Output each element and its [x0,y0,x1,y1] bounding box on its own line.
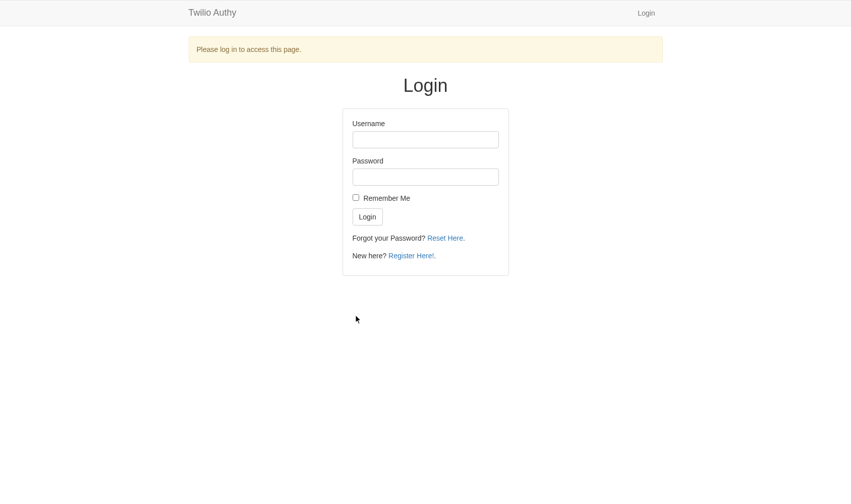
main-container: Please log in to access this page. Login… [181,36,670,276]
username-label: Username [353,119,499,129]
navbar-nav: Login [630,1,662,26]
login-form: Username Password Remember Me Login Forg… [353,119,499,261]
username-group: Username [353,119,499,148]
page-title: Login [189,73,663,98]
register-link[interactable]: Register Here! [388,252,434,260]
navbar-brand[interactable]: Twilio Authy [189,0,237,27]
password-group: Password [353,156,499,186]
register-prefix: New here? [353,252,389,260]
remember-checkbox[interactable] [353,194,359,201]
register-text: New here? Register Here!. [353,251,499,261]
forgot-suffix: . [463,234,465,242]
forgot-password-text: Forgot your Password? Reset Here. [353,233,499,243]
remember-group: Remember Me [353,193,499,203]
login-panel: Username Password Remember Me Login Forg… [343,108,509,276]
remember-label-wrapper[interactable]: Remember Me [353,194,410,202]
forgot-prefix: Forgot your Password? [353,234,428,242]
navbar-container: Twilio Authy Login [181,1,670,26]
register-suffix: . [434,252,436,260]
username-input[interactable] [353,131,499,148]
nav-item-login: Login [630,1,662,26]
nav-login-link[interactable]: Login [630,1,662,26]
remember-label-text: Remember Me [363,194,410,202]
alert-warning: Please log in to access this page. [189,36,663,63]
reset-password-link[interactable]: Reset Here [427,234,463,242]
login-button[interactable]: Login [353,208,383,226]
password-label: Password [353,156,499,166]
navbar: Twilio Authy Login [0,0,851,26]
password-input[interactable] [353,169,499,186]
